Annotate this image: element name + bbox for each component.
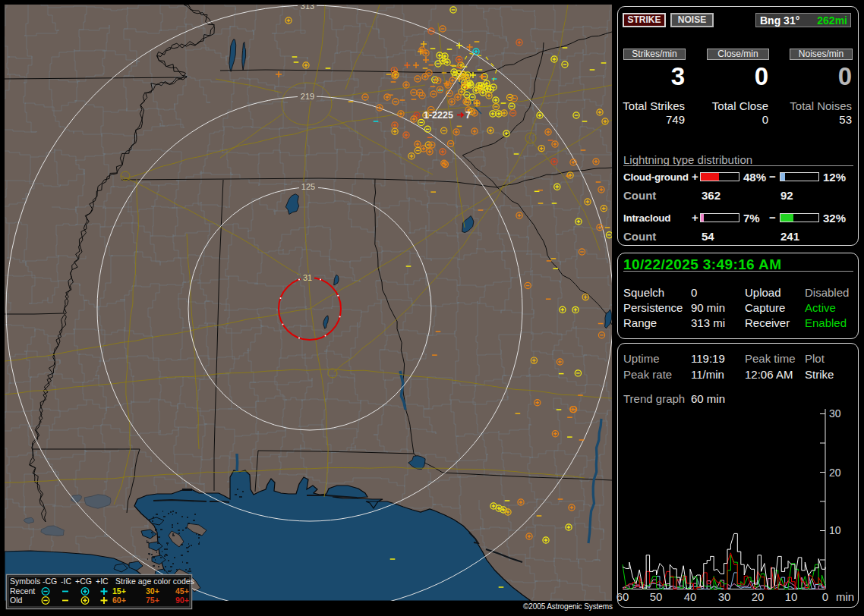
svg-text:30: 30 — [718, 590, 731, 603]
svg-text:30: 30 — [829, 407, 841, 420]
svg-text:60: 60 — [616, 590, 629, 603]
svg-text:20: 20 — [829, 467, 841, 479]
svg-text:60+: 60+ — [112, 596, 126, 605]
svg-text:7: 7 — [465, 110, 471, 121]
svg-text:1-2225: 1-2225 — [424, 110, 453, 121]
svg-text:75+: 75+ — [146, 596, 159, 605]
svg-text:min: min — [836, 590, 854, 603]
svg-text:Strike age color codes: Strike age color codes — [115, 577, 194, 586]
svg-text:10: 10 — [829, 524, 841, 536]
svg-text:50: 50 — [650, 590, 663, 603]
svg-text:-CG: -CG — [43, 577, 57, 586]
svg-text:+CG: +CG — [75, 577, 92, 586]
svg-text:40: 40 — [684, 590, 697, 603]
svg-text:219: 219 — [301, 92, 314, 101]
svg-text:125: 125 — [301, 182, 315, 191]
svg-text:31: 31 — [303, 273, 312, 282]
svg-text:Old: Old — [10, 596, 23, 605]
svg-text:Symbols: Symbols — [10, 577, 40, 586]
svg-text:0: 0 — [822, 590, 828, 603]
svg-text:45+: 45+ — [175, 586, 189, 596]
svg-text:Recent: Recent — [10, 586, 35, 596]
svg-text:90+: 90+ — [175, 596, 189, 605]
svg-text:10: 10 — [785, 590, 798, 603]
svg-text:15+: 15+ — [112, 586, 126, 596]
svg-text:313: 313 — [301, 5, 314, 11]
svg-text:20: 20 — [752, 590, 765, 603]
svg-text:30+: 30+ — [146, 586, 159, 596]
svg-text:-IC: -IC — [61, 577, 71, 586]
svg-text:+IC: +IC — [96, 577, 109, 586]
